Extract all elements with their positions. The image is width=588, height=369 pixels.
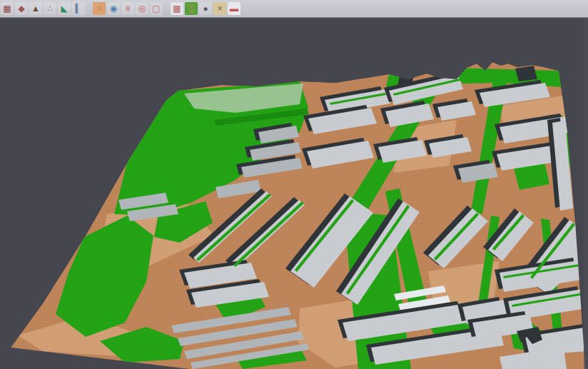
area-swatch-icon[interactable]: ■: [93, 2, 106, 15]
globe-icon[interactable]: ◉: [107, 2, 120, 15]
selection-box-icon-glyph: ▢: [152, 2, 160, 15]
list-lines-icon[interactable]: ≡: [121, 2, 134, 15]
profile-bar-icon[interactable]: ▍: [72, 2, 85, 15]
grid-red-icon[interactable]: ▦: [1, 2, 14, 15]
classification-icon-glyph: ▒: [188, 2, 195, 15]
globe-icon-glyph: ◉: [110, 2, 117, 15]
terrain-model-icon[interactable]: ◣: [58, 2, 71, 15]
camera-icon-glyph: ●: [203, 2, 208, 15]
camera-icon[interactable]: ●: [199, 2, 212, 15]
profile-bar-icon-glyph: ▍: [75, 2, 81, 15]
transform-icon[interactable]: ◆: [15, 2, 28, 15]
target-circle-icon-glyph: ◎: [138, 2, 146, 15]
clip-cross-icon[interactable]: ×: [213, 2, 226, 15]
scatter-points-icon-glyph: ∴: [47, 2, 53, 15]
mountain-icon-glyph: ▲: [31, 2, 40, 15]
application-window: ▦◆▲∴◣▍■◉≡◎▢▩▒●×▬: [0, 0, 588, 369]
transform-icon-glyph: ◆: [18, 2, 24, 15]
list-lines-icon-glyph: ≡: [125, 2, 130, 15]
mountain-icon[interactable]: ▲: [29, 2, 42, 15]
checker-select-icon-glyph: ▩: [173, 2, 181, 15]
grid-red-icon-glyph: ▦: [3, 2, 11, 15]
scene-layers: [0, 18, 588, 369]
target-circle-icon[interactable]: ◎: [136, 2, 148, 15]
terrain-model-icon-glyph: ◣: [61, 2, 67, 15]
clip-cross-icon-glyph: ×: [217, 2, 222, 15]
eraser-icon-glyph: ▬: [230, 2, 238, 15]
checker-select-icon[interactable]: ▩: [171, 2, 183, 15]
pointcloud-svg: [0, 18, 588, 369]
pointcloud-speckle: [0, 18, 588, 369]
area-swatch-icon-glyph: ■: [96, 2, 101, 15]
selection-box-icon[interactable]: ▢: [150, 2, 163, 15]
classification-icon[interactable]: ▒: [185, 2, 198, 15]
3d-viewport[interactable]: [0, 18, 588, 369]
eraser-icon[interactable]: ▬: [228, 2, 240, 15]
scatter-points-icon[interactable]: ∴: [44, 2, 56, 15]
main-toolbar: ▦◆▲∴◣▍■◉≡◎▢▩▒●×▬: [0, 0, 588, 18]
